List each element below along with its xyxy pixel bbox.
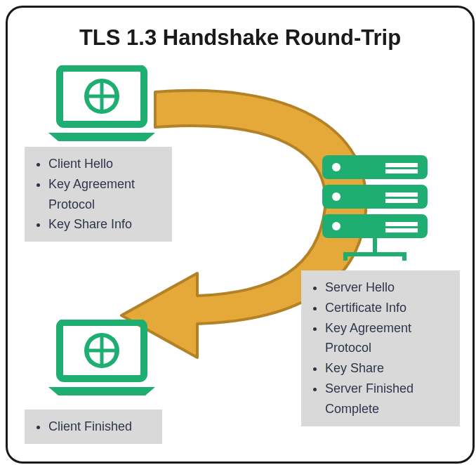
list-item: Client Finished (48, 417, 152, 437)
svg-point-5 (332, 163, 341, 171)
diagram-card: TLS 1.3 Handshake Round-Trip Client Hell… (6, 6, 475, 464)
svg-rect-8 (385, 163, 418, 167)
svg-rect-16 (343, 252, 348, 261)
client-send-box: Client Hello Key Agreement Protocol Key … (25, 147, 172, 242)
server-reply-list: Server Hello Certificate Info Key Agreem… (307, 277, 450, 419)
svg-rect-12 (385, 222, 418, 226)
list-item: Server Hello (325, 277, 450, 298)
svg-point-6 (332, 192, 341, 201)
svg-rect-9 (385, 169, 418, 173)
client-laptop-top-icon (46, 65, 158, 144)
server-reply-box: Server Hello Certificate Info Key Agreem… (301, 270, 460, 426)
svg-rect-10 (385, 192, 418, 197)
svg-point-7 (332, 222, 341, 230)
list-item: Key Share Info (48, 214, 162, 235)
client-done-box: Client Finished (25, 410, 162, 444)
svg-rect-13 (385, 228, 418, 232)
svg-rect-14 (373, 238, 377, 252)
list-item: Server Finished Complete (325, 379, 450, 419)
client-laptop-bottom-icon (46, 320, 158, 398)
diagram-title: TLS 1.3 Handshake Round-Trip (8, 25, 472, 51)
diagram-frame: TLS 1.3 Handshake Round-Trip Client Hell… (0, 0, 476, 465)
list-item: Client Hello (48, 154, 162, 174)
list-item: Certificate Info (325, 298, 450, 318)
list-item: Key Agreement Protocol (48, 174, 162, 215)
svg-rect-11 (385, 199, 418, 203)
list-item: Key Agreement Protocol (325, 318, 450, 359)
list-item: Key Share (325, 358, 450, 379)
svg-rect-15 (343, 252, 406, 256)
client-send-list: Client Hello Key Agreement Protocol Key … (30, 154, 162, 235)
client-done-list: Client Finished (30, 417, 152, 437)
server-icon (315, 151, 435, 263)
svg-rect-17 (402, 252, 406, 261)
